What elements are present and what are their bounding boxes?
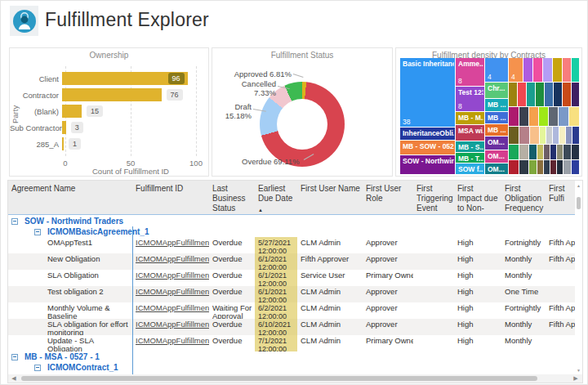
treemap-tile[interactable]: MSA wi...	[456, 125, 484, 141]
fulfillment-id-link[interactable]: ICMOMAppFulfillment_5	[132, 286, 209, 302]
treemap-tile[interactable]	[519, 145, 529, 160]
group-row-sow-northwind-traders[interactable]: SOW - Northwind Traders	[8, 216, 577, 226]
bar[interactable]	[62, 88, 162, 101]
treemap-tile[interactable]	[544, 160, 550, 175]
treemap-tile[interactable]: MB ...	[485, 112, 508, 124]
bar[interactable]	[62, 105, 82, 118]
fulfillment-id-link[interactable]: ICMOMAppFulfillment_4	[132, 270, 209, 286]
treemap-tile[interactable]	[529, 160, 537, 175]
treemap-tile[interactable]	[546, 127, 553, 145]
treemap-tile[interactable]: 4	[485, 58, 508, 83]
horizontal-scrollbar[interactable]: ◀ ▶	[8, 374, 582, 383]
treemap-tile[interactable]	[519, 107, 529, 127]
treemap-tile[interactable]	[563, 58, 572, 83]
fulfillment-id-link[interactable]: ICMOMAppFulfillment_100	[132, 319, 209, 335]
column-header-first-user-name[interactable]: First User Name	[297, 181, 363, 214]
vertical-scroll-thumb[interactable]	[577, 197, 581, 209]
treemap-tile[interactable]: OM...	[485, 137, 508, 150]
scroll-up-icon[interactable]: ▲	[575, 183, 582, 188]
treemap-tile[interactable]	[537, 145, 544, 160]
treemap-tile[interactable]	[509, 127, 519, 145]
treemap-tile[interactable]	[519, 127, 530, 145]
treemap-tile[interactable]: SOW f...	[456, 163, 484, 175]
scroll-down-icon[interactable]: ▼	[575, 368, 582, 373]
treemap-tile[interactable]	[569, 107, 580, 127]
treemap-tile[interactable]: Chr...	[485, 83, 508, 99]
group-row-mb-msa-0527-1[interactable]: MB - MSA - 0527 - 1	[8, 351, 577, 362]
fulfillment-id-link[interactable]: ICMOMAppFulfillment_143	[132, 335, 209, 351]
treemap-tile[interactable]	[572, 83, 580, 107]
scroll-left-icon[interactable]: ◀	[8, 375, 20, 382]
table-row[interactable]: Monthly Volume & BaselineICMOMAppFulfill…	[8, 302, 577, 319]
treemap-tile[interactable]	[523, 58, 533, 83]
scroll-right-icon[interactable]: ▶	[570, 375, 581, 382]
treemap-tile[interactable]	[564, 160, 572, 175]
treemap-tile[interactable]	[572, 127, 580, 145]
treemap-tile[interactable]: Amme...8	[456, 58, 484, 87]
treemap-tile[interactable]: MB ...	[485, 124, 508, 137]
treemap-tile[interactable]	[559, 127, 566, 145]
treemap-tile[interactable]	[509, 145, 519, 160]
column-header-first-impact-due-to-non-fulfillment[interactable]: First Impact due to Non-Fulfillment	[454, 181, 501, 214]
treemap-tile[interactable]: OM...	[485, 150, 508, 163]
treemap-tile[interactable]	[550, 145, 557, 160]
collapse-toggle-icon[interactable]	[34, 365, 41, 371]
treemap-tile[interactable]	[518, 83, 527, 107]
treemap-tile[interactable]: Test 1238	[456, 87, 484, 112]
vertical-scrollbar[interactable]: ▲ ▼	[575, 181, 582, 375]
treemap-tile[interactable]	[549, 107, 559, 127]
column-header-first-obligation-frequency[interactable]: First Obligation Frequency	[501, 181, 546, 214]
bar[interactable]	[62, 137, 64, 150]
treemap-tile[interactable]	[536, 83, 545, 107]
treemap-tile[interactable]: OM...	[485, 163, 508, 175]
treemap-tile[interactable]	[559, 107, 569, 127]
bar-row-contractor[interactable]: Contractor76	[10, 87, 208, 103]
treemap-tile[interactable]	[509, 107, 519, 127]
treemap-tile[interactable]	[563, 83, 572, 107]
bar-row-client[interactable]: Client96	[10, 70, 208, 87]
treemap-tile[interactable]: MB - S...	[456, 141, 484, 153]
collapse-toggle-icon[interactable]	[11, 218, 18, 225]
treemap-tile[interactable]	[529, 107, 539, 127]
collapse-toggle-icon[interactable]	[34, 229, 41, 235]
table-row[interactable]: New ObligationICMOMAppFulfillment_131Ove…	[8, 253, 577, 270]
group-row-icmomcontract-1[interactable]: ICMOMContract_1	[8, 362, 577, 373]
treemap-tile[interactable]: Basic Inheritance38	[400, 58, 455, 128]
treemap-tile[interactable]: MB - M...	[456, 112, 484, 125]
treemap-tile[interactable]	[544, 145, 550, 160]
treemap-tile[interactable]	[529, 145, 537, 160]
treemap-tile[interactable]: SOW - Northwin...	[400, 155, 455, 175]
fulfillment-id-link[interactable]: ICMOMAppFulfillment_10	[132, 237, 209, 253]
treemap-tile[interactable]: InheritanceObli...	[400, 128, 455, 141]
treemap-tile[interactable]	[509, 160, 519, 175]
table-row[interactable]: SLA obligation for effort monitoringICMO…	[8, 319, 577, 335]
column-header-first-fulfi[interactable]: First Fulfi	[546, 181, 577, 214]
bar-row-sub-contractor[interactable]: Sub Contractor3	[10, 119, 208, 136]
collapse-toggle-icon[interactable]	[11, 354, 18, 360]
treemap-tile[interactable]	[545, 83, 554, 107]
treemap-tile[interactable]	[572, 160, 580, 175]
table-row[interactable]: Test obligation 2ICMOMAppFulfillment_5Ov…	[8, 286, 577, 302]
table-row[interactable]: Update - SLA ObligationICMOMAppFulfillme…	[8, 335, 577, 351]
fulfillment-id-link[interactable]: ICMOMAppFulfillment_105	[132, 302, 209, 319]
treemap-tile[interactable]	[554, 83, 563, 107]
treemap-tile[interactable]	[543, 58, 553, 83]
table-row[interactable]: SLA ObligationICMOMAppFulfillment_4Overd…	[8, 270, 577, 286]
bar[interactable]	[62, 121, 66, 134]
treemap-tile[interactable]: MB - SOW - 052...	[400, 141, 455, 155]
horizontal-scroll-thumb[interactable]	[21, 376, 537, 381]
treemap-tile[interactable]	[564, 145, 572, 160]
treemap-tile[interactable]	[572, 58, 580, 83]
bar-row--blank-[interactable]: (Blank)15	[10, 103, 208, 119]
treemap-tile[interactable]: 4	[509, 58, 523, 83]
column-header-fulfillment-id[interactable]: Fulfillment ID	[132, 181, 209, 214]
column-header-agreement-name[interactable]: Agreement Name	[8, 181, 132, 214]
table-row[interactable]: OMAppTest1ICMOMAppFulfillment_10Overdue5…	[8, 237, 577, 253]
column-header-earliest-due-date[interactable]: Earliest Due Date▲	[255, 181, 297, 214]
treemap-tile[interactable]: MB - T...	[456, 153, 484, 163]
treemap-tile[interactable]	[540, 127, 546, 145]
treemap-tile[interactable]	[566, 127, 572, 145]
treemap-tile[interactable]	[509, 83, 518, 107]
treemap-tile[interactable]	[527, 83, 536, 107]
treemap-tile[interactable]	[519, 160, 529, 175]
